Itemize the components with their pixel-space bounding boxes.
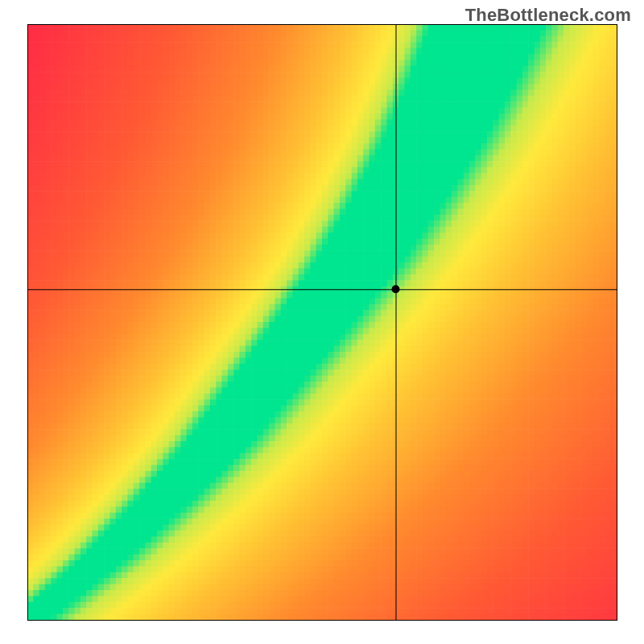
watermark-text: TheBottleneck.com bbox=[465, 5, 631, 26]
overlay-canvas bbox=[0, 0, 644, 644]
chart-container: TheBottleneck.com bbox=[0, 0, 644, 644]
